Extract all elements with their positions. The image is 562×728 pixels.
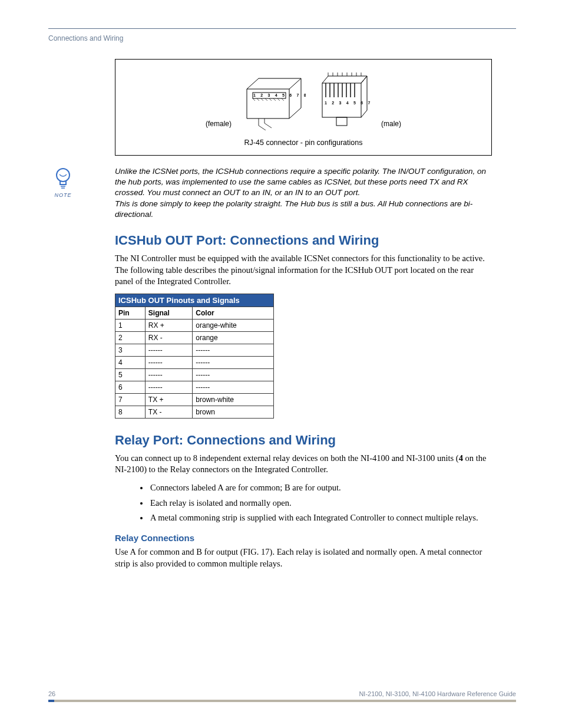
table-row: 4------------ [115, 356, 274, 368]
guide-title: NI-2100, NI-3100, NI-4100 Hardware Refer… [359, 690, 516, 697]
figure-caption: RJ-45 connector - pin configurations [126, 139, 481, 147]
male-label: (male) [381, 120, 401, 130]
footer-rule [48, 700, 516, 702]
page-number: 26 [48, 690, 55, 697]
header-rule [48, 28, 516, 29]
list-item: Connectors labeled A are for common; B a… [149, 482, 492, 495]
footer: 26 NI-2100, NI-3100, NI-4100 Hardware Re… [48, 690, 516, 697]
running-title: Connections and Wiring [48, 34, 123, 42]
note-icon: NOTE [49, 166, 77, 199]
pin-numbers: 1 2 3 4 5 6 7 8 [253, 93, 306, 97]
table-row: 3------------ [115, 344, 274, 356]
note-block: NOTE Unlike the ICSNet ports, the ICSHub… [115, 166, 492, 220]
rj45-male-icon: 1 2 3 4 5 6 7 8 [316, 71, 371, 130]
note-label: NOTE [49, 192, 77, 199]
page-content: (female) 1 2 3 4 5 6 7 8 [115, 59, 492, 575]
relay-connections-paragraph: Use A for common and B for output (FIG. … [115, 546, 492, 569]
table-row: 6------------ [115, 381, 274, 393]
section-heading-icshub: ICSHub OUT Port: Connections and Wiring [115, 233, 492, 248]
relay-paragraph: You can connect up to 8 independent exte… [115, 453, 492, 476]
rj45-female-icon: 1 2 3 4 5 6 7 8 [242, 71, 306, 130]
table-row: 1RX +orange-white [115, 319, 274, 331]
figure-box: (female) 1 2 3 4 5 6 7 8 [115, 59, 492, 156]
col-pin: Pin [115, 307, 146, 319]
table-row: 7TX +brown-white [115, 393, 274, 406]
svg-rect-2 [336, 117, 347, 126]
relay-bullet-list: Connectors labeled A are for common; B a… [149, 482, 492, 525]
female-label: (female) [206, 120, 232, 130]
list-item: A metal commoning strip is supplied with… [149, 512, 492, 525]
svg-rect-1 [322, 83, 361, 117]
note-text-1: Unlike the ICSNet ports, the ICSHub conn… [115, 166, 492, 199]
table-row: 5------------ [115, 368, 274, 381]
table-row: 8TX -brown [115, 406, 274, 418]
list-item: Each relay is isolated and normally open… [149, 497, 492, 510]
subheading-relay-connections: Relay Connections [115, 533, 492, 543]
col-signal: Signal [145, 307, 193, 319]
table-row: 2RX -orange [115, 331, 274, 344]
section-heading-relay: Relay Port: Connections and Wiring [115, 433, 492, 448]
pinout-table: ICSHub OUT Pinouts and Signals Pin Signa… [115, 294, 274, 419]
note-text-2: This is done simply to keep the polarity… [115, 199, 492, 220]
table-title: ICSHub OUT Pinouts and Signals [115, 294, 274, 307]
svg-point-3 [57, 169, 70, 182]
section-paragraph: The NI Controller must be equipped with … [115, 253, 492, 288]
pin-numbers: 1 2 3 4 5 6 7 8 [325, 101, 371, 105]
col-color: Color [193, 307, 274, 319]
